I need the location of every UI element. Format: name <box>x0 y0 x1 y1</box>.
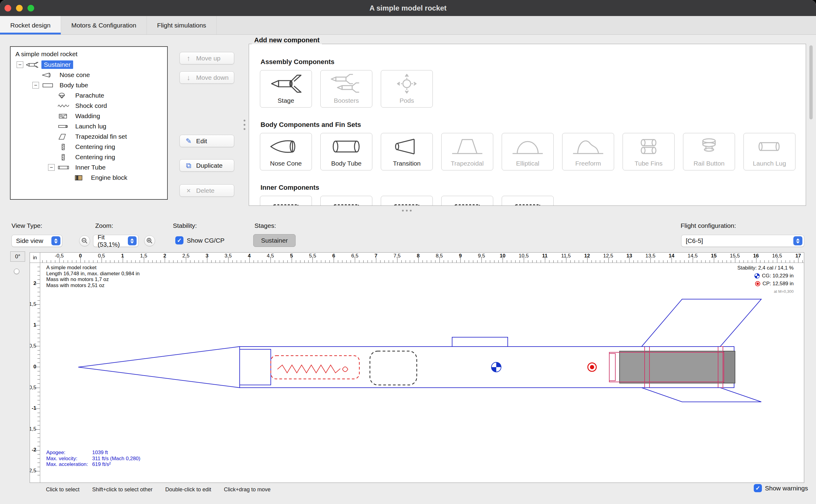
tree-item-sustainer[interactable]: −Sustainer <box>12 60 165 70</box>
pods-icon <box>389 70 424 97</box>
rail-button-icon <box>691 133 727 160</box>
tab-motors-configuration[interactable]: Motors & Configuration <box>61 16 147 34</box>
component-card-inner-component[interactable] <box>260 196 312 206</box>
tree-item-wadding[interactable]: Wadding <box>12 111 165 121</box>
vertical-scrollbar[interactable] <box>809 45 813 119</box>
inner-generic-icon <box>329 196 364 206</box>
tree-item-engine-block[interactable]: Engine block <box>12 173 165 183</box>
stage-sustainer-toggle[interactable]: Sustainer <box>253 234 296 247</box>
component-card-inner-component[interactable] <box>381 196 433 206</box>
component-card-inner-component[interactable] <box>441 196 493 206</box>
tab-flight-simulations[interactable]: Flight simulations <box>147 16 217 34</box>
view-type-label: View Type: <box>11 222 42 229</box>
view-type-select[interactable]: Side view <box>11 235 62 247</box>
edit-button[interactable]: ✎ Edit <box>180 135 234 147</box>
elliptical-fin-icon <box>510 133 545 160</box>
component-card-freeform[interactable]: Freeform <box>562 133 614 170</box>
launch-lug-shape[interactable] <box>452 337 508 347</box>
tree-item-shock-cord[interactable]: Shock cord <box>12 101 165 111</box>
parachute-outline[interactable] <box>370 351 417 385</box>
component-card-body-tube[interactable]: Body Tube <box>320 133 372 170</box>
component-card-boosters[interactable]: Boosters <box>320 70 372 108</box>
show-cg-cp-checkbox[interactable] <box>175 236 183 244</box>
panel-drag-handle[interactable] <box>244 120 245 130</box>
component-card-elliptical[interactable]: Elliptical <box>502 133 554 170</box>
move-up-button[interactable]: ↑ Move up <box>180 52 234 64</box>
component-card-trapezoidal[interactable]: Trapezoidal <box>441 133 493 170</box>
motor-shape[interactable] <box>620 351 735 383</box>
component-card-launch-lug[interactable]: Launch Lug <box>743 133 795 170</box>
delete-x-icon: × <box>185 187 193 194</box>
main-tab-bar: Rocket design Motors & Configuration Fli… <box>0 16 816 35</box>
tree-root-item[interactable]: A simple model rocket <box>12 49 165 60</box>
duplicate-button[interactable]: ⧉ Duplicate <box>180 159 234 172</box>
tree-item-centering-ring[interactable]: Centering ring <box>12 142 165 152</box>
expand-toggle-icon[interactable]: − <box>48 164 55 171</box>
tree-item-body-tube[interactable]: −Body tube <box>12 80 165 90</box>
expand-toggle-icon[interactable]: − <box>32 82 39 89</box>
inner-generic-icon <box>510 196 545 206</box>
rotation-slider-knob[interactable] <box>14 269 19 274</box>
minimize-button[interactable] <box>16 5 23 11</box>
component-card-tube-fins[interactable]: Tube Fins <box>623 133 675 170</box>
cp-value: CP: 12,589 in <box>763 281 794 287</box>
add-component-title: Add new component <box>252 36 322 44</box>
nose-cone-icon <box>268 133 303 160</box>
tree-item-trapezoidal-fin-set[interactable]: Trapezoidal fin set <box>12 131 165 142</box>
stability-value: Stability: 2,4 cal / 14,1 % <box>737 265 794 271</box>
component-card-stage[interactable]: Stage <box>260 70 312 108</box>
ruler-top: -0,500,511,522,533,544,555,566,577,588,5… <box>40 253 804 263</box>
body-tube-icon <box>329 133 364 160</box>
flight-configuration-select[interactable]: [C6-5] <box>681 235 804 247</box>
cg-value: CG: 10,229 in <box>762 273 794 279</box>
component-card-inner-component[interactable] <box>320 196 372 206</box>
zoom-select[interactable]: Fit (53,1%) <box>93 235 138 247</box>
launch-lug-icon <box>57 123 70 130</box>
shock-cord-knot <box>342 367 348 372</box>
title-bar: A simple model rocket <box>0 0 816 16</box>
move-down-button[interactable]: ↓ Move down <box>180 71 234 84</box>
panel-resize-dots[interactable] <box>402 210 412 212</box>
component-card-inner-component[interactable] <box>502 196 554 206</box>
trapezoidal-fin-icon <box>450 133 485 160</box>
inner-generic-icon <box>389 196 424 206</box>
component-card-pods[interactable]: Pods <box>381 70 433 108</box>
tree-item-centering-ring[interactable]: Centering ring <box>12 152 165 162</box>
engine-block-shape[interactable] <box>609 354 615 381</box>
arrow-up-icon: ↑ <box>185 55 193 62</box>
section-title-assembly-components: Assembly Components <box>261 58 806 66</box>
expand-toggle-icon[interactable]: − <box>17 61 23 68</box>
rocket-drawing[interactable] <box>40 263 804 483</box>
inner-tube-icon <box>57 164 70 171</box>
rocket-canvas[interactable]: in -0,500,511,522,533,544,555,566,577,58… <box>30 252 804 483</box>
tree-item-nose-cone[interactable]: Nose cone <box>12 70 165 80</box>
show-warnings-checkbox[interactable] <box>754 484 762 492</box>
fin-top-shape[interactable] <box>642 299 761 347</box>
tree-item-parachute[interactable]: Parachute <box>12 90 165 101</box>
rocket-info-block: A simple model rocket Length 16,748 in, … <box>46 265 140 288</box>
fin-bottom-shape[interactable] <box>642 388 761 402</box>
application-window: A simple model rocket Rocket design Moto… <box>0 0 816 504</box>
tree-item-launch-lug[interactable]: Launch lug <box>12 121 165 131</box>
magnifier-plus-icon <box>146 237 153 244</box>
nose-cone-shape[interactable] <box>78 347 240 388</box>
section-title-inner-components: Inner Components <box>261 184 806 192</box>
tube-fins-icon <box>631 133 666 160</box>
tab-rocket-design[interactable]: Rocket design <box>0 16 61 34</box>
zoom-out-button[interactable] <box>79 235 90 246</box>
rotation-angle-indicator: 0° <box>10 251 25 262</box>
cp-marker <box>588 363 596 371</box>
component-card-transition[interactable]: Transition <box>381 133 433 170</box>
tree-item-inner-tube[interactable]: −Inner Tube <box>12 162 165 173</box>
fin-set-icon <box>57 133 70 140</box>
select-stepper-icon <box>51 236 60 245</box>
zoom-in-button[interactable] <box>144 235 155 246</box>
maximize-button[interactable] <box>28 5 34 11</box>
component-card-rail-button[interactable]: Rail Button <box>683 133 735 170</box>
delete-button[interactable]: × Delete <box>180 184 234 197</box>
close-button[interactable] <box>5 5 11 11</box>
component-card-nose-cone[interactable]: Nose Cone <box>260 133 312 170</box>
component-tree[interactable]: A simple model rocket −SustainerNose con… <box>10 46 168 200</box>
add-component-panel: Assembly ComponentsStageBoostersPodsBody… <box>249 44 806 206</box>
nose-shoulder-shape[interactable] <box>240 349 271 385</box>
